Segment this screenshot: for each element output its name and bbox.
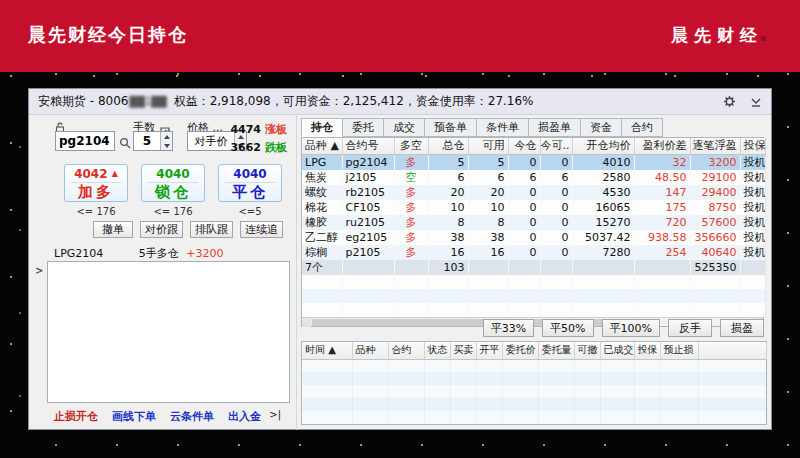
tab-4[interactable]: 预备单 (425, 118, 477, 137)
window-titlebar: 安粮期货 - 8006██1██ 权益：2,918,098，可用资金：2,125… (29, 89, 771, 115)
quick-button-4[interactable]: 连续追 (240, 221, 283, 238)
tab-3[interactable]: 成交 (384, 118, 425, 137)
order-panel: 手数 5 价格 ... 对手价 4474涨板 3662跌板 4042 ▲ 加多 (29, 115, 297, 430)
column-header[interactable]: 预止损 (660, 342, 698, 359)
column-header[interactable]: 合约号 (342, 138, 394, 154)
quick-button-row: 撤单对价跟排队跟连续追 (93, 221, 283, 238)
position-row[interactable]: 橡胶ru2105多88001527072057600投机 (302, 215, 765, 230)
column-header[interactable]: 已成交 (600, 342, 634, 359)
column-header[interactable]: 状态 (424, 342, 450, 359)
positions-header: 品种 ▲合约号多空总仓可用今仓今可..开仓均价盈利价差逐笔浮盈投保 (302, 138, 765, 154)
column-header[interactable]: 总仓 (428, 138, 468, 154)
column-header[interactable]: 投保 (740, 138, 765, 154)
column-header[interactable]: 可撤 (574, 342, 600, 359)
position-summary-line: LPG2104 5手多仓 +3200 (54, 246, 284, 261)
banner-brand: 晨先财经 (671, 24, 766, 47)
banner-title: 晨先财经今日持仓 (28, 23, 188, 47)
lock-hint: <= 176 (141, 206, 205, 217)
action-button-5[interactable]: 损盈 (720, 319, 764, 337)
column-header[interactable]: 今仓 (508, 138, 540, 154)
search-icon[interactable] (119, 134, 131, 153)
price-type-value: 对手价 (188, 132, 234, 150)
action-button-2[interactable]: 平50% (542, 319, 593, 337)
action-button-3[interactable]: 平100% (602, 319, 660, 337)
positions-header-row: 品种 ▲合约号多空总仓可用今仓今可..开仓均价盈利价差逐笔浮盈投保 (302, 138, 765, 154)
column-header[interactable]: 委托量 (538, 342, 574, 359)
tab-8[interactable]: 合约 (622, 118, 663, 137)
position-row[interactable]: 棕榈p2105多161600728025440640投机 (302, 245, 765, 260)
column-header[interactable]: 今可.. (540, 138, 572, 154)
tab-5[interactable]: 条件单 (477, 118, 529, 137)
lock-button[interactable]: 4040 锁仓 (141, 164, 205, 202)
limit-up: 4474涨板 (230, 122, 287, 137)
action-button-4[interactable]: 反手 (668, 319, 712, 337)
quick-button-2[interactable]: 对价跟 (140, 221, 183, 238)
action-button-1[interactable]: 平33% (483, 319, 534, 337)
column-header[interactable]: 品种 ▲ (302, 138, 342, 154)
positions-body: LPGpg2104多55004010323200投机焦炭j2105空666625… (302, 154, 765, 317)
empty-row (302, 398, 766, 411)
orders-table-wrap: 时间 ▲品种合约状态买卖开平委托价委托量可撤已成交投保预止损 (301, 341, 767, 425)
column-header[interactable]: 逐笔浮盈 (690, 138, 740, 154)
column-header[interactable]: 多空 (394, 138, 428, 154)
column-header[interactable]: 买卖 (450, 342, 476, 359)
tab-2[interactable]: 委托 (343, 118, 384, 137)
collapse-chevron-icon[interactable]: > (35, 265, 43, 276)
footer-links: 止损开仓画线下单云条件单出入金 (54, 409, 290, 424)
tab-7[interactable]: 资金 (581, 118, 622, 137)
top-banner: 晨先财经今日持仓 晨先财经 (0, 0, 800, 72)
settings-gear-icon[interactable] (723, 95, 736, 108)
position-contract: LPG2104 (54, 247, 103, 260)
position-row[interactable]: 棉花CF105多101000160651758750投机 (302, 200, 765, 215)
orders-body (302, 359, 766, 424)
column-header[interactable]: 开平 (476, 342, 502, 359)
empty-row (302, 411, 766, 424)
account-stats: 权益：2,918,098，可用资金：2,125,412，资金使用率：27.16% (174, 93, 534, 110)
buy-long-button[interactable]: 4042 ▲ 加多 (64, 164, 128, 202)
lots-stepper[interactable]: 5 (133, 131, 173, 151)
empty-row (302, 385, 766, 398)
close-button[interactable]: 4040 平仓 (218, 164, 282, 202)
footer-link-4[interactable]: 出入金 (228, 409, 261, 424)
scroll-left-icon[interactable] (302, 318, 311, 327)
action-button-row: 平33%平50%平100%反手损盈 (483, 319, 764, 337)
position-pnl: +3200 (186, 247, 223, 260)
position-row[interactable]: 焦炭j2105空6666258048.5029100投机 (302, 170, 765, 185)
close-hint: <=5 (218, 206, 282, 217)
buy-hint: <= 176 (64, 206, 128, 217)
quick-button-3[interactable]: 排队跟 (190, 221, 233, 238)
order-list-box[interactable] (47, 261, 290, 403)
minimize-icon[interactable] (750, 96, 762, 108)
tab-6[interactable]: 损盈单 (529, 118, 581, 137)
tab-bar: 持仓委托成交预备单条件单损盈单资金合约 (301, 118, 663, 137)
column-header[interactable]: 合约 (388, 342, 424, 359)
limit-up-label: 涨板 (265, 123, 287, 136)
limit-down: 3662跌板 (230, 140, 287, 155)
column-header[interactable]: 时间 ▲ (302, 342, 352, 359)
lots-value: 5 (134, 132, 160, 150)
position-row[interactable]: LPGpg2104多55004010323200投机 (302, 154, 765, 170)
lock-price: 4040 (148, 166, 198, 183)
column-header[interactable]: 盈利价差 (634, 138, 690, 154)
footer-link-1[interactable]: 止损开仓 (54, 409, 98, 424)
tab-1[interactable]: 持仓 (301, 118, 343, 137)
column-header[interactable]: 委托价 (502, 342, 538, 359)
column-header[interactable]: 可用 (468, 138, 508, 154)
price-up-arrow-icon: ▲ (112, 169, 118, 178)
lots-up-icon[interactable] (161, 132, 172, 141)
close-price: 4040 (225, 166, 275, 183)
contract-input[interactable] (55, 131, 115, 151)
lots-down-icon[interactable] (161, 141, 172, 150)
quick-button-1[interactable]: 撤单 (93, 221, 133, 238)
footer-link-3[interactable]: 云条件单 (170, 409, 214, 424)
column-header[interactable]: 开仓均价 (572, 138, 634, 154)
footer-link-2[interactable]: 画线下单 (112, 409, 156, 424)
column-header[interactable]: 投保 (634, 342, 660, 359)
position-row[interactable]: 螺纹rb2105多202000453014729400投机 (302, 185, 765, 200)
orders-header-row: 时间 ▲品种合约状态买卖开平委托价委托量可撤已成交投保预止损 (302, 342, 766, 359)
positions-panel: 持仓委托成交预备单条件单损盈单资金合约 品种 ▲合约号多空总仓可用今仓今可..开… (297, 115, 771, 430)
empty-row (302, 275, 765, 289)
jump-end-icon[interactable]: >| (269, 409, 281, 420)
column-header[interactable]: 品种 (352, 342, 388, 359)
position-row[interactable]: 乙二醇eg2105多3838005037.42938.58356660投机 (302, 230, 765, 245)
